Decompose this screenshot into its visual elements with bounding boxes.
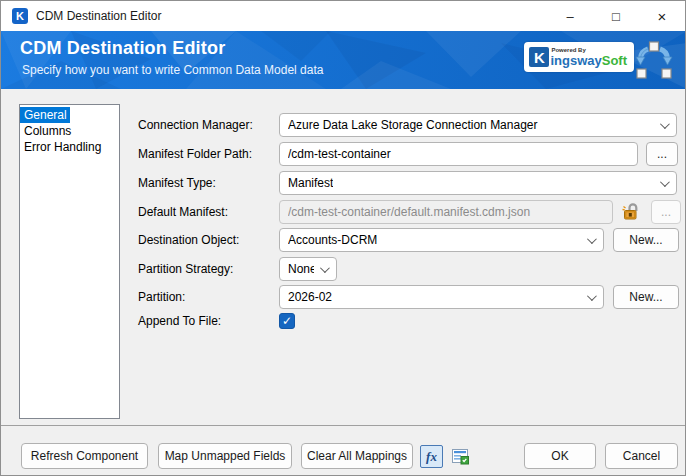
window-controls: – □ × [547, 1, 685, 31]
cdm-destination-editor-window: K CDM Destination Editor – □ × CDM Desti… [0, 0, 686, 476]
chevron-down-icon [320, 263, 330, 273]
connection-manager-combobox[interactable]: Azure Data Lake Storage Connection Manag… [279, 113, 677, 137]
footer-bar: Refresh Component Map Unmapped Fields Cl… [1, 425, 685, 476]
partition-label: Partition: [138, 285, 278, 309]
destination-object-combobox[interactable]: Accounts-DCRM [279, 228, 604, 252]
partition-combobox[interactable]: 2026-02 [279, 285, 604, 309]
destination-object-label: Destination Object: [138, 228, 278, 252]
default-manifest-label: Default Manifest: [138, 200, 278, 224]
ok-button[interactable]: OK [524, 443, 596, 469]
logo-name-green: Soft [602, 53, 627, 68]
padlock-icon [621, 201, 641, 221]
manifest-type-combobox[interactable]: Manifest [279, 171, 677, 195]
default-manifest-input [280, 201, 612, 223]
cancel-button[interactable]: Cancel [605, 443, 678, 469]
main-area: General Columns Error Handling Connectio… [1, 89, 685, 425]
logo-texts: Powered By ingswaySoft [550, 47, 627, 67]
minimize-button[interactable]: – [547, 1, 593, 31]
connection-manager-value: Azure Data Lake Storage Connection Manag… [288, 118, 538, 132]
pages-listbox: General Columns Error Handling [19, 104, 120, 419]
titlebar: K CDM Destination Editor – □ × [1, 1, 685, 31]
manifest-folder-path-label: Manifest Folder Path: [138, 142, 278, 166]
chevron-down-icon [660, 177, 670, 187]
header-banner: CDM Destination Editor Specify how you w… [1, 31, 685, 89]
check-icon: ✓ [282, 314, 292, 328]
manifest-type-value: Manifest [288, 176, 333, 190]
clear-all-mappings-button[interactable]: Clear All Mappings [301, 443, 413, 469]
manifest-folder-path-field-wrap [279, 142, 638, 166]
new-partition-button[interactable]: New... [613, 285, 679, 309]
manifest-folder-browse-button[interactable]: ... [646, 142, 678, 166]
refresh-component-button[interactable]: Refresh Component [21, 443, 148, 469]
chevron-down-icon [587, 291, 597, 301]
default-manifest-field-wrap [279, 200, 613, 224]
append-to-file-label: Append To File: [138, 309, 278, 333]
connection-manager-label: Connection Manager: [138, 113, 278, 137]
partition-strategy-label: Partition Strategy: [138, 257, 278, 281]
view-report-button[interactable] [448, 445, 471, 468]
cdm-destination-cycle-icon [635, 41, 673, 81]
map-unmapped-fields-button[interactable]: Map Unmapped Fields [158, 443, 292, 469]
append-to-file-checkbox[interactable]: ✓ [279, 313, 295, 329]
fx-icon: fx [426, 449, 437, 464]
sidebar-item-error-handling[interactable]: Error Handling [20, 139, 119, 155]
sidebar-item-columns[interactable]: Columns [20, 123, 119, 139]
app-icon: K [12, 8, 28, 24]
page-subtitle: Specify how you want to write Common Dat… [22, 63, 323, 77]
logo-name-blue: ingsway [550, 53, 601, 68]
manifest-folder-path-input[interactable] [280, 143, 637, 165]
expression-editor-button[interactable]: fx [420, 445, 443, 468]
default-manifest-browse-button: ... [651, 200, 681, 224]
partition-strategy-combobox[interactable]: None [279, 257, 337, 281]
sidebar-item-general[interactable]: General [20, 107, 70, 123]
partition-value: 2026-02 [288, 290, 332, 304]
chevron-down-icon [660, 119, 670, 129]
maximize-button[interactable]: □ [593, 1, 639, 31]
new-destination-object-button[interactable]: New... [613, 228, 679, 252]
partition-strategy-value: None [288, 262, 314, 276]
report-document-icon [452, 448, 469, 465]
kingswaysoft-k-icon: K [529, 47, 549, 67]
page-title: CDM Destination Editor [20, 38, 225, 59]
kingswaysoft-logo: K Powered By ingswaySoft [524, 42, 634, 72]
logo-name: ingswaySoft [550, 54, 627, 67]
close-button[interactable]: × [639, 1, 685, 31]
window-title: CDM Destination Editor [36, 9, 161, 23]
manifest-type-label: Manifest Type: [138, 171, 278, 195]
chevron-down-icon [587, 234, 597, 244]
destination-object-value: Accounts-DCRM [288, 233, 377, 247]
unlock-default-manifest-button[interactable] [619, 200, 643, 224]
